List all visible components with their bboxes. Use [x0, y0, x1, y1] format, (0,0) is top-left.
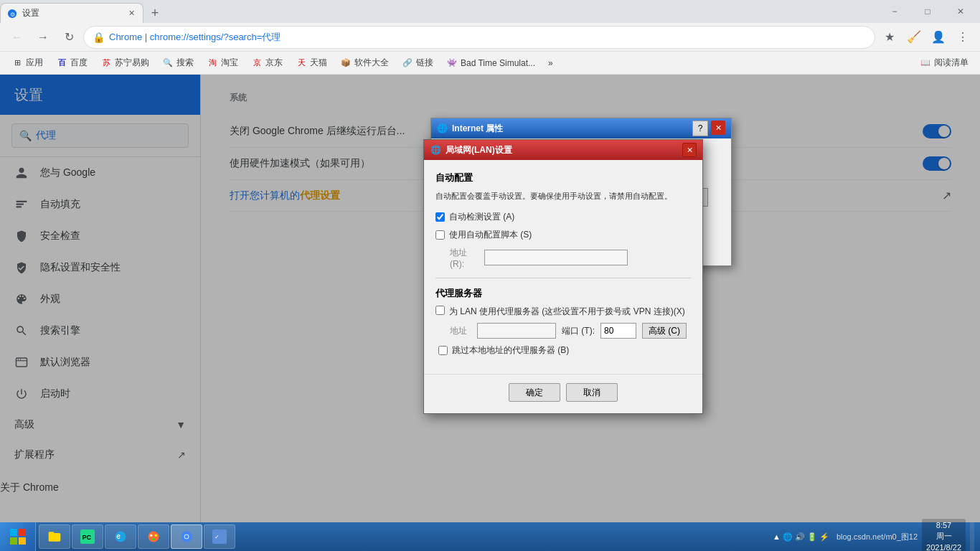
internet-props-controls: ? ✕ [692, 121, 725, 136]
active-tab[interactable]: ⚙ 设置 ✕ [0, 3, 143, 23]
bookmark-baidu-label: 百度 [70, 57, 88, 69]
bookmark-link[interactable]: 🔗 链接 [396, 54, 439, 72]
close-button[interactable]: ✕ [944, 0, 977, 23]
tab-close-button[interactable]: ✕ [126, 8, 137, 19]
svg-rect-10 [19, 529, 26, 536]
extensions-button[interactable]: 🧹 [903, 26, 925, 49]
lan-divider [435, 278, 691, 278]
bookmark-suning[interactable]: 苏 苏宁易购 [95, 54, 155, 72]
pycharm-icon: PC [80, 529, 95, 545]
bookmark-badtime-label: Bad Time Simulat... [461, 58, 535, 68]
software-icon: 📦 [340, 57, 352, 69]
taskbar-right: ▲ 🌐 🔊 🔋 ⚡ blog.csdn.net/m0_图12 8:57 周一 2… [764, 519, 980, 551]
internet-props-icon: 🌐 [437, 123, 448, 133]
lan-proxy-checkbox-row: 为 LAN 使用代理服务器 (这些设置不用于拨号或 VPN 连接)(X) [435, 306, 691, 318]
svg-rect-9 [10, 529, 17, 536]
new-tab-button[interactable]: + [145, 3, 165, 23]
lan-address-label: 地址 (R): [450, 247, 479, 269]
taskbar-clock[interactable]: 8:57 周一 2021/8/22 [922, 519, 966, 551]
network-icon: 🌐 [783, 532, 793, 542]
lan-address-input[interactable] [484, 250, 628, 265]
proxy-port-input[interactable] [600, 323, 636, 339]
tab-title: 设置 [22, 7, 126, 19]
lan-content: 自动配置 自动配置会覆盖手动设置。要确保使用手动设置，请禁用自动配置。 自动检测… [424, 160, 702, 374]
taskbar: PC e ✓ ▲ 🌐 🔊 🔋 [0, 522, 980, 551]
internet-props-title-bar: 🌐 Internet 属性 ? ✕ [431, 118, 731, 138]
lan-buttons: 确定 取消 [424, 374, 702, 413]
ie-icon: e [113, 529, 128, 545]
proxy-server-label[interactable]: 为 LAN 使用代理服务器 (这些设置不用于拨号或 VPN 连接)(X) [449, 306, 685, 318]
lan-auto-config-title: 自动配置 [435, 171, 691, 184]
bookmark-readinglist[interactable]: 📖 阅读清单 [914, 54, 974, 72]
tray-arrow[interactable]: ▲ [773, 532, 781, 541]
readinglist-icon: 📖 [920, 57, 931, 69]
auto-detect-label[interactable]: 自动检测设置 (A) [449, 211, 514, 223]
auto-script-label[interactable]: 使用自动配置脚本 (S) [449, 229, 532, 241]
volume-icon[interactable]: 🔊 [795, 532, 805, 542]
taskbar-paint[interactable] [138, 524, 169, 549]
lan-close-button[interactable]: ✕ [682, 143, 697, 157]
profile-button[interactable]: 👤 [927, 26, 950, 49]
bookmark-taobao[interactable]: 淘 淘宝 [201, 54, 244, 72]
bookmark-badtime[interactable]: 👾 Bad Time Simulat... [440, 54, 541, 72]
lan-address-row: 地址 (R): [435, 247, 691, 269]
lan-settings-dialog: 🌐 局域网(LAN)设置 ✕ 自动配置 自动配置会覆盖手动设置。要确保使用手动设… [423, 139, 703, 414]
window-controls: − □ ✕ [875, 0, 980, 23]
bookmark-more-label: » [548, 58, 553, 68]
baidu-icon: 百 [56, 57, 67, 69]
bookmark-more[interactable]: » [542, 54, 559, 72]
svg-point-19 [155, 534, 157, 537]
internet-props-help-button[interactable]: ? [692, 121, 708, 136]
lan-proxy-title: 代理服务器 [435, 287, 691, 300]
proxy-server-checkbox[interactable] [435, 306, 445, 315]
svg-text:⚙: ⚙ [10, 11, 15, 17]
proxy-advanced-button[interactable]: 高级 (C) [642, 323, 687, 339]
tianmao-icon: 天 [296, 57, 307, 69]
search-bm-icon: 🔍 [162, 57, 174, 69]
lan-proxy-fields: 地址 端口 (T): 高级 (C) [435, 323, 691, 339]
bookmark-tianmao-label: 天猫 [310, 57, 327, 69]
bookmark-tianmao[interactable]: 天 天猫 [290, 54, 333, 72]
svg-point-20 [152, 538, 154, 540]
content-area: 设置 ✕ 🔍 代理 您与 Google 自动填充 [0, 75, 980, 522]
usb-icon: ⚡ [819, 532, 829, 542]
address-text: Chrome | chrome://settings/?search=代理 [109, 31, 866, 44]
internet-props-close-button[interactable]: ✕ [711, 121, 725, 135]
lan-ok-button[interactable]: 确定 [509, 383, 560, 402]
lock-icon: 🔒 [93, 32, 105, 43]
back-button[interactable]: ← [6, 26, 29, 49]
bypass-proxy-checkbox[interactable] [438, 346, 448, 355]
suning-icon: 苏 [100, 57, 112, 69]
bookmark-software[interactable]: 📦 软件大全 [334, 54, 395, 72]
bookmark-button[interactable]: ★ [878, 26, 901, 49]
taskbar-chrome[interactable] [171, 524, 202, 549]
bookmark-baidu[interactable]: 百 百度 [50, 54, 93, 72]
proxy-addr-input[interactable] [477, 323, 556, 339]
bookmark-apps[interactable]: ⊞ 应用 [6, 54, 49, 72]
bypass-proxy-label[interactable]: 跳过本地地址的代理服务器 (B) [452, 344, 569, 357]
jd-icon: 京 [251, 57, 263, 69]
show-desktop-button[interactable] [970, 522, 974, 551]
start-button[interactable] [0, 522, 36, 551]
proxy-port-label: 端口 (T): [562, 325, 595, 337]
forward-button[interactable]: → [32, 26, 55, 49]
taskbar-apps: PC e ✓ [36, 522, 764, 551]
maximize-button[interactable]: □ [911, 0, 944, 23]
auto-script-checkbox[interactable] [435, 230, 445, 240]
svg-text:✓: ✓ [215, 533, 220, 540]
reload-button[interactable]: ↻ [57, 26, 80, 49]
taskbar-app6[interactable]: ✓ [204, 524, 235, 549]
address-bar[interactable]: 🔒 Chrome | chrome://settings/?search=代理 [83, 26, 875, 49]
paint-icon [146, 529, 161, 545]
svg-point-23 [185, 535, 189, 539]
chrome-window: ⚙ 设置 ✕ + − □ ✕ ← → ↻ 🔒 Chrome | chrome:/… [0, 0, 980, 522]
lan-cancel-button[interactable]: 取消 [566, 383, 618, 402]
bookmark-jd[interactable]: 京 京东 [245, 54, 288, 72]
menu-button[interactable]: ⋮ [951, 26, 974, 49]
minimize-button[interactable]: − [878, 0, 911, 23]
bookmark-search[interactable]: 🔍 搜索 [156, 54, 199, 72]
taskbar-ie[interactable]: e [105, 524, 136, 549]
auto-detect-checkbox[interactable] [435, 212, 445, 222]
taskbar-explorer[interactable] [39, 524, 70, 549]
taskbar-pycharm[interactable]: PC [72, 524, 103, 549]
